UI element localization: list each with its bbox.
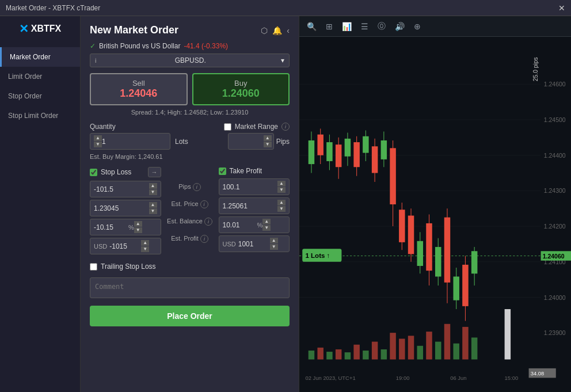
tp-price-input[interactable] xyxy=(223,202,278,210)
sl-pips-down[interactable]: ▼ xyxy=(149,189,157,195)
check-icon: ✓ xyxy=(90,42,96,50)
trailing-stop-checkbox[interactable] xyxy=(90,263,97,271)
lines-icon[interactable]: ☰ xyxy=(358,20,371,33)
est-price-label: Est. Price i xyxy=(171,200,208,208)
svg-text:1.24500: 1.24500 xyxy=(544,117,566,123)
pips-down-spinner[interactable]: ▼ xyxy=(264,142,272,147)
sidebar-item-stop-limit-order[interactable]: Stop Limit Order xyxy=(0,106,80,125)
est-profit-info-icon[interactable]: i xyxy=(200,235,208,243)
svg-rect-38 xyxy=(399,210,405,242)
tp-pct-down[interactable]: ▼ xyxy=(262,225,271,231)
svg-text:1.24300: 1.24300 xyxy=(544,188,566,195)
layers-icon[interactable]: ⊕ xyxy=(411,20,424,33)
pips-info-icon[interactable]: i xyxy=(193,183,201,191)
pips-up-spinner[interactable]: ▲ xyxy=(264,135,272,141)
tp-pct-symbol: % xyxy=(257,222,263,229)
svg-text:02 Jun 2023, UTC+1: 02 Jun 2023, UTC+1 xyxy=(305,376,355,382)
sl-price-input[interactable] xyxy=(94,204,149,212)
tp-usd-up[interactable]: ▲ xyxy=(270,238,278,243)
qty-up-spinner[interactable]: ▲ xyxy=(94,135,102,141)
svg-rect-70 xyxy=(444,324,450,360)
svg-text:1.24400: 1.24400 xyxy=(544,153,566,159)
svg-text:1.24600: 1.24600 xyxy=(544,81,566,87)
comment-input[interactable] xyxy=(90,277,290,298)
quantity-input[interactable] xyxy=(102,138,148,146)
back-icon[interactable]: ‹ xyxy=(287,26,290,35)
est-balance-info-icon[interactable]: i xyxy=(204,218,212,226)
take-profit-label: Take Profit xyxy=(230,167,262,175)
grid-icon[interactable]: ⊞ xyxy=(323,20,336,33)
quantity-label: Quantity xyxy=(90,123,188,131)
info-i-icon: i xyxy=(95,57,96,64)
mid-labels-section: Pips i Est. Price i Est. Balance i Est. … xyxy=(167,167,213,257)
bell-icon[interactable]: 🔔 xyxy=(272,26,282,35)
sidebar-item-limit-order[interactable]: Limit Order xyxy=(0,67,80,86)
sidebar-item-market-order[interactable]: Market Order xyxy=(0,47,80,67)
svg-rect-59 xyxy=(345,352,351,359)
sl-pct-down[interactable]: ▼ xyxy=(134,227,142,233)
qty-down-spinner[interactable]: ▼ xyxy=(94,142,102,147)
share-icon[interactable]: ⬡ xyxy=(261,26,268,35)
chart-type-icon[interactable]: 📊 xyxy=(339,20,355,33)
tp-pct-up[interactable]: ▲ xyxy=(262,219,271,224)
indicator-icon[interactable]: ⓪ xyxy=(375,20,389,33)
symbol-select[interactable]: i GBPUSD. ▾ xyxy=(90,54,290,67)
tp-pips-up[interactable]: ▲ xyxy=(277,181,286,187)
market-range-info-icon: i xyxy=(281,123,290,131)
svg-rect-36 xyxy=(390,148,395,204)
stop-loss-section: Stop Loss → ▲ ▼ ▲ ▼ xyxy=(90,167,161,257)
buy-label: Buy xyxy=(198,79,284,87)
svg-rect-63 xyxy=(381,349,387,359)
sl-usd-down[interactable]: ▼ xyxy=(141,246,149,252)
svg-rect-46 xyxy=(435,247,441,276)
sl-usd-input[interactable] xyxy=(109,242,141,250)
tp-price-down[interactable]: ▼ xyxy=(277,206,286,212)
tp-usd-input[interactable] xyxy=(238,240,270,248)
sidebar-item-stop-order[interactable]: Stop Order xyxy=(0,86,80,106)
svg-text:1.24000: 1.24000 xyxy=(544,295,566,301)
tp-price-up[interactable]: ▲ xyxy=(277,200,286,205)
sl-pct-up[interactable]: ▲ xyxy=(134,221,142,227)
est-balance-label: Est. Balance i xyxy=(167,218,212,226)
tp-pips-down[interactable]: ▼ xyxy=(277,187,286,193)
svg-rect-61 xyxy=(363,351,368,359)
instrument-change: -41.4 (-0.33%) xyxy=(184,42,228,50)
zoom-icon[interactable]: 🔍 xyxy=(304,20,319,33)
tp-pct-input[interactable] xyxy=(223,221,257,229)
place-order-button[interactable]: Place Order xyxy=(90,306,290,326)
svg-rect-71 xyxy=(453,344,459,360)
close-button[interactable]: ✕ xyxy=(558,3,565,13)
est-price-info-icon[interactable]: i xyxy=(200,200,208,208)
spread-info: Spread: 1.4; High: 1.24582; Low: 1.23910 xyxy=(90,109,290,116)
chart-toolbar: 🔍 ⊞ 📊 ☰ ⓪ 🔊 ⊕ xyxy=(299,16,571,37)
candlestick-chart: 1.24600 1.24500 1.24400 1.24300 1.24200 … xyxy=(299,37,571,392)
take-profit-checkbox[interactable] xyxy=(219,168,226,175)
svg-text:1.24200: 1.24200 xyxy=(544,223,566,230)
sl-pct-input[interactable] xyxy=(94,223,128,231)
trailing-stop-label: Trailing Stop Loss xyxy=(101,262,156,271)
stop-loss-label: Stop Loss xyxy=(101,168,131,176)
panel-title: New Market Order xyxy=(90,24,178,36)
tp-usd-down[interactable]: ▼ xyxy=(270,244,278,250)
sl-price-down[interactable]: ▼ xyxy=(149,208,157,214)
sell-button[interactable]: Sell 1.24046 xyxy=(90,73,188,105)
sl-pips-up[interactable]: ▲ xyxy=(149,183,157,189)
volume-icon[interactable]: 🔊 xyxy=(392,20,408,33)
buy-button[interactable]: Buy 1.24060 xyxy=(192,73,290,105)
svg-rect-62 xyxy=(372,342,378,360)
stop-loss-checkbox[interactable] xyxy=(90,169,97,176)
est-margin: Est. Buy Margin: 1,240.61 xyxy=(90,153,290,160)
pips-input[interactable] xyxy=(232,138,264,146)
tp-pips-input[interactable] xyxy=(223,183,278,191)
market-range-checkbox[interactable] xyxy=(224,123,231,131)
svg-rect-58 xyxy=(336,349,341,359)
svg-rect-67 xyxy=(417,346,423,360)
svg-rect-52 xyxy=(462,265,468,306)
sl-usd-up[interactable]: ▲ xyxy=(141,240,149,246)
lots-label: Lots xyxy=(175,138,188,146)
sl-price-up[interactable]: ▲ xyxy=(149,202,157,208)
sl-pips-input[interactable] xyxy=(94,185,149,193)
logo: ✕ XBTFX xyxy=(19,22,61,36)
stop-loss-arrow-button[interactable]: → xyxy=(148,167,161,177)
svg-rect-64 xyxy=(390,333,395,359)
